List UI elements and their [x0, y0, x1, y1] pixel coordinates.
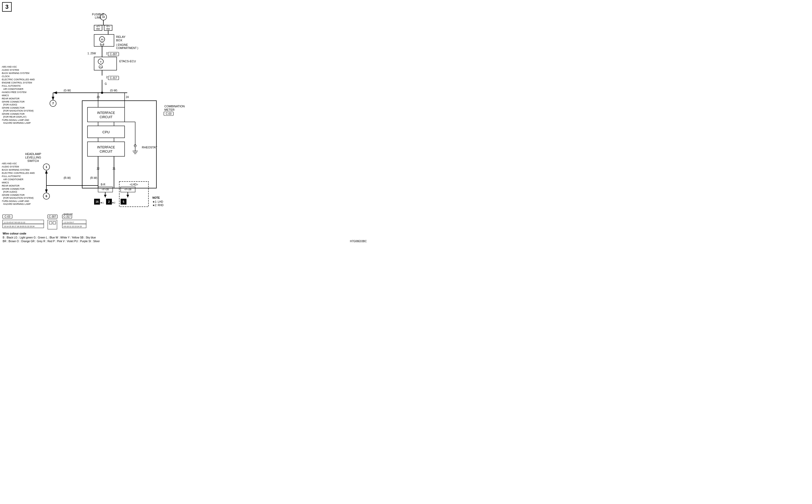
arrow-f2b-left: [104, 195, 107, 197]
interface-circuit-bottom-label2: CIRCUIT: [100, 150, 113, 153]
left-label-full-auto: ·FULL AUTOMATIC: [1, 85, 21, 87]
headlamp-label3: SWITCH: [27, 159, 39, 162]
left-label-4wd-top: ·ELECTRIC CONTROLLED 4WD: [1, 78, 35, 81]
left-label-abs-top: ·ABS AND ASC: [1, 65, 17, 68]
pin-24-label: 24: [126, 96, 129, 99]
left-label-aircon-bot: AIR CONDITIONER: [3, 178, 23, 181]
left-label-mmcs-top: ·MMCS: [1, 94, 9, 97]
file-code: H7G08E03BC: [350, 240, 366, 243]
headlamp-label2: LEVELLING: [25, 156, 41, 159]
left-label-hands: ·HANDS FREE SYSTEM: [1, 91, 26, 94]
node-16-star1: ★1: [100, 201, 104, 204]
c307-pin2: [53, 222, 56, 224]
left-label-spare1-sub: (FOR AUDIO): [3, 103, 17, 106]
c317-subcode: MU801325: [64, 213, 73, 215]
c03-label-meter: C-03: [166, 112, 171, 115]
left-label-spare-audio-bot: ·SPARE CONNECTOR: [1, 188, 25, 190]
rheostat-label: RHEOSTAT: [142, 146, 157, 149]
left-label-spare2: ·SPARE CONNECTOR: [1, 107, 25, 109]
left-label-engine: ·ENGINE CONTROL SYSTEM: [1, 81, 32, 84]
etacs-ecu-box: [94, 57, 117, 70]
left-label-spare2-sub: (FOR NAVIGATION SYSTEM): [3, 109, 34, 112]
arrow-f2b-right: [126, 195, 129, 197]
left-label-rear-mon-bot: ·REAR MONITOR: [1, 184, 19, 187]
num-2-c307: 2: [106, 52, 108, 55]
fusible-link-num: 34: [102, 16, 105, 19]
wire-color-row2: BR : Brown O : Orange GR : Grey R : Red …: [3, 240, 100, 243]
c03-pin-row1: 1 2 3 4 5 6 7 8 9 10 11 12: [4, 222, 25, 223]
interface-circuit-top-label2: CIRCUIT: [100, 115, 113, 119]
arrow-to-node6: [45, 189, 48, 193]
num-2-c317: 2: [106, 76, 108, 79]
left-label-turn1: ·TURN-SIGNAL LAMP AND: [1, 119, 29, 121]
left-label-spare3-sub: (FOR REAR DISPLAY): [3, 116, 26, 118]
wire-br-label: B-R: [101, 183, 105, 186]
node-16-label: 16: [95, 200, 99, 203]
left-label-spare-audio-sub: (FOR AUDIO): [3, 191, 17, 193]
c307-connector-shape: [48, 220, 57, 229]
left-label-aircon-top: AIR CONDITIONER: [3, 88, 23, 90]
node-2-label: 2: [108, 200, 110, 203]
wire-color-row1: B : Black LG : Light green G : Green L :…: [3, 236, 96, 239]
engine-comp-label2: COMPARTMENT ): [116, 47, 138, 50]
left-label-spare1: ·SPARE CONNECTOR: [1, 100, 25, 103]
relay-box: [94, 34, 114, 46]
arrow-down-node7: [52, 97, 54, 100]
arrow-switch-down: [45, 170, 48, 174]
relay-30a-label: 30A: [100, 43, 104, 46]
left-label-clock: ·CLOCK: [1, 75, 10, 78]
fuse-f2b-left-label: <F>2B: [101, 188, 109, 191]
headlamp-label1: HEADLAMP: [25, 152, 41, 156]
left-label-mmcs-bot: ·MMCS: [1, 181, 9, 184]
note-star2: ★2: RHD: [152, 204, 163, 207]
cpu-label: CPU: [102, 130, 109, 134]
c317-label: C-317: [110, 77, 117, 79]
label-25w: 1. 25W: [87, 52, 96, 55]
left-label-back-top: ·BACK WARNING SYSTEM: [1, 72, 29, 74]
node-5-label: 5: [123, 200, 124, 203]
fuse-f8w-left-label2: 8W: [96, 28, 100, 30]
left-label-turn-bot2: HAZARD WARNING LAMP: [3, 203, 31, 205]
left-label-audio-top: ·AUDIO SYSTEM: [1, 69, 19, 71]
combo-meter-label1: COMBINATION: [164, 105, 185, 108]
interface-circuit-bottom-label1: INTERFACE: [97, 145, 115, 149]
c307-label: C-307: [110, 53, 117, 56]
wire-rw-left-label: (R-W): [64, 176, 71, 179]
lhd-label: <LHD>: [130, 183, 138, 186]
c307-bottom-label: C-307: [49, 215, 56, 218]
fuse-f2b-right-label: <F>2B: [124, 188, 131, 191]
engine-comp-label1: ( ENGINE: [116, 43, 128, 46]
page: 3 FUSIBLE LINK 34 <F> 8W <F> 8W 30 3: [0, 0, 371, 252]
left-label-spare3: ·SPARE CONNECTOR: [1, 113, 25, 115]
combination-meter-box: [82, 101, 156, 188]
headlamp-switch-num: 1: [46, 165, 47, 169]
c307-pin1: [49, 222, 52, 224]
wire-rw-right-label: (R-W): [90, 176, 97, 179]
relay-30-label: 30: [101, 38, 103, 41]
left-label-turn-bot1: ·TURN-SIGNAL LAMP AND: [1, 200, 29, 202]
left-label-4wd-bot: ·ELECTRIC CONTROLLED 4WD: [1, 172, 35, 174]
combo-meter-label2: METER: [164, 108, 175, 111]
note-star1: ★1: LHD: [152, 200, 163, 203]
note-label: NOTE: [152, 196, 160, 199]
arrow-left-top: [53, 91, 57, 94]
left-label-audio-bot: ·AUDIO SYSTEM: [1, 165, 19, 168]
c317-pin-row2: 8 9 10 11 12 13 14 15: [64, 226, 82, 227]
wire-gw-right-label: (G-W): [110, 89, 117, 92]
c317-pin-row1: 1 2 3 4 5 6 7: [64, 222, 74, 223]
wire-g-label: G: [105, 82, 107, 85]
left-label-turn2: HAZARD WARNING LAMP: [3, 122, 31, 124]
wire-color-title: Wire colour code: [3, 232, 26, 235]
left-label-abs-bot: ·ABS AND ASC: [1, 162, 17, 165]
wiring-diagram: FUSIBLE LINK 34 <F> 8W <F> 8W 30 30A REL…: [0, 0, 371, 252]
c03-bottom-label: C-03: [5, 215, 10, 218]
node-7-label: 7: [52, 102, 54, 105]
fuse-f8w-right-label2: 8W: [106, 28, 110, 30]
left-label-back-bot: ·BACK WARNING SYSTEM: [1, 169, 29, 171]
wire-gw-left-label: (G-W): [64, 89, 71, 92]
relay-box-label: RELAY: [116, 35, 126, 38]
left-label-spare-nav-bot: ·SPARE CONNECTOR: [1, 194, 25, 196]
c317-bottom-label: C-317: [63, 215, 71, 218]
left-label-spare-nav-sub: (FOR NAVIGATION SYSTEM): [3, 197, 34, 199]
left-label-full-auto-bot: ·FULL AUTOMATIC: [1, 175, 21, 178]
